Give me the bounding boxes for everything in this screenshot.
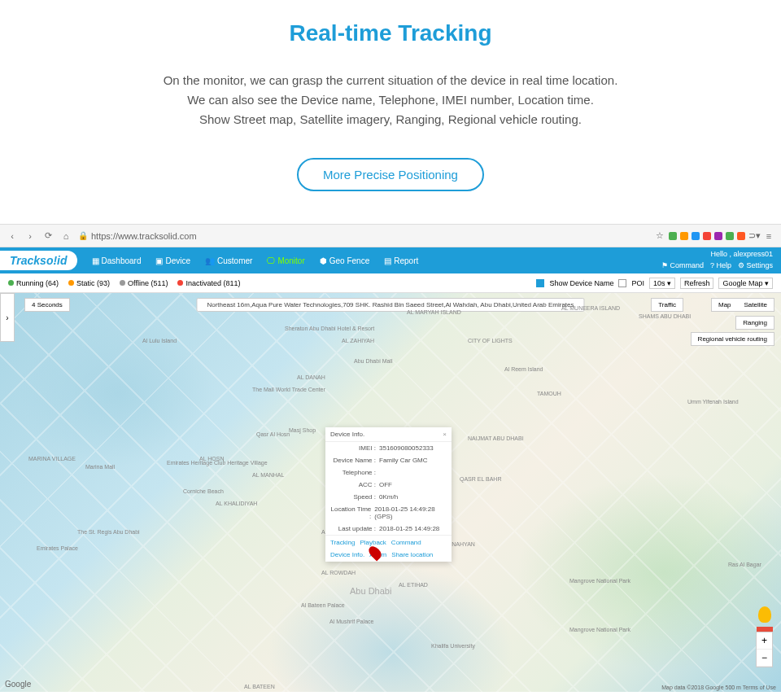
ext-icon[interactable] (714, 232, 722, 240)
more-icon[interactable]: ≡ (763, 230, 774, 242)
app-header: Trackso!id ▦Dashboard ▣Device 👥Customer … (0, 247, 781, 273)
nav-label: Report (394, 256, 418, 265)
interval-select[interactable]: 10s ▾ (649, 278, 675, 289)
zoom-control: + − (756, 632, 773, 667)
hero-desc-line: We can also see the Device name, Telepho… (33, 90, 748, 110)
dot-icon (120, 280, 125, 286)
dot-icon (68, 280, 74, 286)
hero-description: On the monitor, we can grasp the current… (33, 71, 748, 129)
popup-tracking-link[interactable]: Tracking (330, 539, 355, 546)
refresh-button[interactable]: Refresh (680, 278, 714, 289)
show-device-name-checkbox[interactable] (536, 279, 544, 287)
home-icon[interactable]: ⌂ (60, 230, 72, 242)
close-icon[interactable]: × (443, 431, 447, 438)
field-label: ACC : (330, 481, 379, 488)
popup-playback-link[interactable]: Playback (360, 539, 386, 546)
ext-icon[interactable] (703, 232, 711, 240)
dot-icon (8, 280, 14, 286)
lock-icon: 🔒 (78, 231, 88, 240)
help-link[interactable]: ? Help (710, 261, 731, 271)
field-value: OFF (379, 481, 392, 488)
status-offline[interactable]: Offline (511) (120, 279, 168, 287)
ext-icon[interactable] (737, 232, 745, 240)
nav-customer[interactable]: 👥Customer (199, 253, 259, 269)
hero-desc-line: Show Street map, Satellite imagery, Rang… (33, 110, 748, 129)
nav-geofence[interactable]: ⬢Geo Fence (313, 253, 376, 269)
status-label: Offline (511) (128, 279, 168, 287)
nav-device[interactable]: ▣Device (149, 253, 197, 269)
popup-share-link[interactable]: Share location (391, 551, 433, 558)
nav-label: Monitor (277, 256, 304, 265)
forward-icon[interactable]: › (24, 230, 36, 242)
logo[interactable]: Trackso!id (0, 251, 77, 270)
field-value: 351609080052333 (379, 444, 434, 452)
settings-link[interactable]: ⚙ Settings (738, 261, 773, 271)
field-value: Family Car GMC (379, 457, 428, 464)
geofence-icon: ⬢ (320, 256, 327, 265)
status-static[interactable]: Static (93) (68, 279, 110, 287)
ext-icon[interactable] (680, 232, 688, 240)
menu-icon[interactable]: ⊃▾ (748, 230, 760, 242)
checkbox-label: POI (631, 279, 644, 287)
field-label: Telephone : (330, 469, 379, 476)
dashboard-icon: ▦ (92, 256, 99, 265)
user-area: Hello , alexpress01 ⚑ Command ? Help ⚙ S… (661, 250, 773, 270)
map-type-map[interactable]: Map (712, 299, 738, 311)
nav-dashboard[interactable]: ▦Dashboard (85, 253, 148, 269)
map-type-toggle: Map Satellite (711, 298, 774, 312)
dot-icon (177, 280, 183, 286)
map-canvas[interactable]: › 4 Seconds Northeast 16m,Aqua Pure Wate… (0, 293, 781, 692)
map-provider-select[interactable]: Google Map ▾ (718, 278, 773, 289)
poi-checkbox[interactable] (618, 279, 626, 287)
address-display: Northeast 16m,Aqua Pure Water Technologi… (196, 298, 584, 312)
ext-icon[interactable] (726, 232, 734, 240)
ext-icon[interactable] (692, 232, 700, 240)
status-running[interactable]: Running (64) (8, 279, 59, 287)
status-inactivated[interactable]: Inactivated (811) (177, 279, 240, 287)
command-link[interactable]: ⚑ Command (661, 261, 704, 271)
field-label: Location Time : (330, 505, 374, 520)
browser-toolbar: ‹ › ⟳ ⌂ 🔒 https://www.tracksolid.com ☆ ⊃… (0, 225, 781, 247)
field-label: Last update : (330, 525, 379, 532)
traffic-button[interactable]: Traffic (651, 298, 683, 312)
checkbox-label: Show Device Name (549, 279, 613, 287)
link-label: Command (670, 261, 704, 269)
browser-extensions: ☆ ⊃▾ ≡ (654, 230, 774, 242)
zoom-out-button[interactable]: − (757, 650, 772, 667)
nav-label: Customer (217, 256, 252, 265)
field-label: Speed : (330, 493, 379, 501)
ext-icon[interactable] (669, 232, 677, 240)
popup-title: Device Info. (330, 431, 364, 438)
field-value: 0Km/h (379, 493, 398, 501)
seconds-badge[interactable]: 4 Seconds (24, 298, 70, 312)
field-label: Device Name : (330, 457, 379, 464)
user-greeting: Hello , alexpress01 (661, 250, 773, 260)
ranging-button[interactable]: Ranging (735, 316, 774, 330)
nav-label: Dashboard (102, 256, 142, 265)
hero-desc-line: On the monitor, we can grasp the current… (33, 71, 748, 90)
pegman-icon[interactable] (758, 606, 771, 623)
star-icon[interactable]: ☆ (654, 230, 665, 242)
nav-monitor[interactable]: 🖵Monitor (260, 253, 311, 269)
popup-command-link[interactable]: Command (391, 539, 421, 546)
sidebar-toggle[interactable]: › (0, 293, 15, 342)
map-type-satellite[interactable]: Satellite (738, 299, 774, 311)
hero-title: Real-time Tracking (33, 20, 748, 46)
field-value: 2018-01-25 14:49:28 (GPS) (374, 505, 447, 520)
zoom-in-button[interactable]: + (757, 632, 772, 650)
more-precise-button[interactable]: More Precise Positioning (297, 158, 484, 191)
link-label: Help (716, 261, 731, 269)
map-attribution: Map data ©2018 Google 500 m Terms of Use (661, 685, 776, 690)
status-bar: Running (64) Static (93) Offline (511) I… (0, 273, 781, 293)
routing-button[interactable]: Regional vehicle routing (691, 332, 774, 346)
customer-icon: 👥 (205, 256, 215, 265)
google-logo: Google (5, 680, 31, 689)
nav-report[interactable]: ▤Report (377, 253, 425, 269)
popup-deviceinfo-link[interactable]: Device Info. (330, 551, 364, 558)
back-icon[interactable]: ‹ (7, 230, 18, 242)
url-bar[interactable]: 🔒 https://www.tracksolid.com (78, 231, 648, 241)
link-label: Settings (746, 261, 773, 269)
url-text: https://www.tracksolid.com (91, 231, 197, 241)
device-icon: ▣ (155, 256, 163, 265)
reload-icon[interactable]: ⟳ (42, 230, 54, 242)
